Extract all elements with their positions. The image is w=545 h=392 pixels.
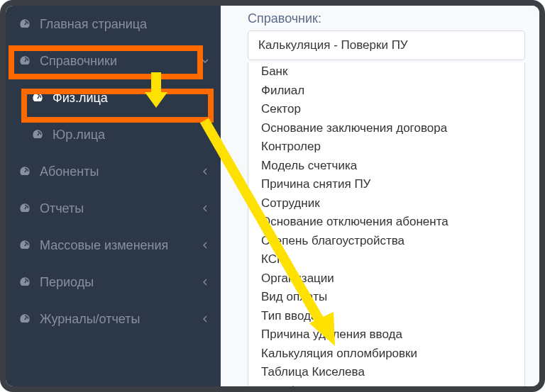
nav-label: Физ.лица [53, 91, 108, 106]
nav-label: Массовые изменения [40, 238, 168, 253]
nav-periods[interactable]: Периоды [6, 264, 221, 301]
gauge-icon [18, 202, 31, 215]
dropdown-option[interactable]: Таблица Киселева [248, 363, 524, 382]
chevron-left-icon [199, 240, 211, 251]
gauge-icon [18, 276, 31, 289]
chevron-left-icon [199, 203, 211, 214]
chevron-left-icon [199, 166, 211, 177]
nav-journals[interactable]: Журналы/отчеты [6, 301, 221, 337]
nav-label: Отчеты [40, 201, 84, 216]
nav-reports[interactable]: Отчеты [6, 190, 221, 227]
app-frame: Главная страница Справочники Физ.лица Юр… [0, 0, 545, 392]
dropdown-option[interactable]: Причина удаления ввода [248, 325, 524, 345]
chevron-left-icon [199, 276, 211, 288]
dropdown-option[interactable]: Сектор [248, 100, 524, 119]
nav-label: Главная страница [40, 17, 147, 32]
main-content: Справочник: Калькуляция - Поверки ПУ Бан… [221, 6, 539, 386]
dropdown-label: Справочник: [248, 11, 525, 26]
dropdown-option[interactable]: КСК [248, 250, 524, 269]
dropdown-option[interactable]: Основание отключения абонента [248, 213, 524, 232]
dropdown-option[interactable]: Причина снятия ПУ [248, 175, 524, 194]
dropdown-option[interactable]: Тип ввода [248, 307, 524, 326]
chevron-down-icon [199, 55, 211, 67]
nav-home[interactable]: Главная страница [6, 6, 221, 43]
dropdown-option[interactable]: Тарифы [248, 382, 524, 393]
gauge-icon [18, 313, 31, 325]
dropdown-list: БанкФилиалСекторОснование заключения дог… [248, 62, 525, 392]
dropdown-option[interactable]: Вид оплаты [248, 288, 524, 307]
gauge-icon [31, 128, 44, 141]
nav-legal-entities[interactable]: Юр.лица [6, 116, 221, 153]
nav-mass-changes[interactable]: Массовые изменения [6, 227, 221, 264]
dropdown-option[interactable]: Калькуляция опломбировки [248, 345, 524, 364]
nav-label: Юр.лица [53, 128, 105, 142]
dropdown-option[interactable]: Контролер [248, 138, 524, 157]
nav-label: Периоды [40, 275, 94, 290]
dropdown-option[interactable]: Модель счетчика [248, 157, 524, 176]
dropdown-option[interactable]: Сотрудник [248, 194, 524, 213]
gauge-icon [18, 55, 31, 67]
gauge-icon [31, 91, 44, 104]
nav-directories[interactable]: Справочники [6, 43, 221, 79]
gauge-icon [18, 165, 31, 178]
dropdown-option[interactable]: Степень благоустройства [248, 232, 524, 251]
nav-label: Абоненты [40, 164, 99, 179]
gauge-icon [18, 239, 31, 252]
nav-label: Журналы/отчеты [40, 312, 140, 327]
dropdown-option[interactable]: Филиал [248, 82, 524, 101]
nav-label: Справочники [40, 54, 117, 69]
directory-dropdown[interactable]: Калькуляция - Поверки ПУ БанкФилиалСекто… [248, 30, 525, 60]
dropdown-option[interactable]: Банк [248, 62, 524, 82]
dropdown-selected-value: Калькуляция - Поверки ПУ [248, 31, 524, 60]
nav-subscribers[interactable]: Абоненты [6, 153, 221, 190]
nav-individuals[interactable]: Физ.лица [6, 79, 221, 116]
gauge-icon [18, 18, 31, 30]
chevron-left-icon [199, 313, 211, 325]
sidebar: Главная страница Справочники Физ.лица Юр… [6, 6, 221, 386]
dropdown-option[interactable]: Основание заключения договора [248, 119, 524, 138]
dropdown-option[interactable]: Организации [248, 269, 524, 289]
